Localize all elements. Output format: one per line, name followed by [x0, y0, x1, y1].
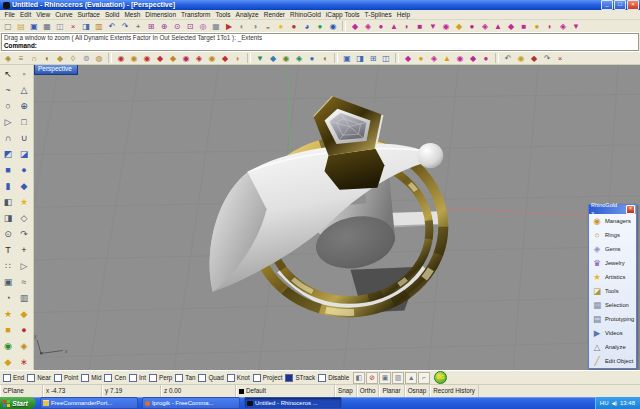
- left-tool-surface-icon[interactable]: ◩: [0, 146, 16, 162]
- left-tool-curve-icon[interactable]: ~: [0, 82, 16, 98]
- rhinogold-panel-titlebar[interactable]: RhinoGold 3... ×: [589, 205, 636, 214]
- toolbar-rhinogold-tool-8-icon[interactable]: ◉: [440, 21, 452, 32]
- rhinogold-toolbar-deco-4-icon[interactable]: ▲: [441, 53, 453, 64]
- left-tool-move-icon[interactable]: +: [16, 242, 32, 258]
- rhinogold-panel-close-icon[interactable]: ×: [626, 205, 635, 214]
- osnap-option-disable[interactable]: Disable: [318, 374, 349, 382]
- status-toggle-osnap[interactable]: Osnap: [405, 385, 431, 397]
- menu-item-view[interactable]: View: [34, 10, 53, 19]
- toolbar-zoom-extents-icon[interactable]: ⊡: [184, 21, 196, 32]
- start-button[interactable]: Start: [0, 397, 36, 409]
- left-tool-flow-icon[interactable]: ↷: [16, 226, 32, 242]
- menu-item-analyze[interactable]: Analyze: [233, 10, 261, 19]
- left-tool-arc-2-icon[interactable]: ∪: [16, 130, 32, 146]
- left-tool-extrude-icon[interactable]: ◧: [0, 194, 16, 210]
- rhinogold-toolbar-cutter-icon[interactable]: ◊: [67, 53, 79, 64]
- rhinogold-toolbar-bezel-icon[interactable]: ⊚: [80, 53, 92, 64]
- left-tool-revolve-icon[interactable]: ⊙: [0, 226, 16, 242]
- rhinogold-toolbar-deco-2-icon[interactable]: ●: [415, 53, 427, 64]
- toolbar-globe-icon[interactable]: ◉: [327, 21, 339, 32]
- osnap-checkbox-cen[interactable]: [104, 374, 112, 382]
- osnap-option-cen[interactable]: Cen: [104, 374, 126, 382]
- osnap-tool-6-icon[interactable]: ⌐: [418, 372, 430, 384]
- rhinogold-toolbar-pave-1-icon[interactable]: ▼: [254, 53, 266, 64]
- toolbar-rhinogold-tool-13-icon[interactable]: ◆: [505, 21, 517, 32]
- rhinogold-toolbar-gem-gold-3-icon[interactable]: ◉: [206, 53, 218, 64]
- rhinogold-toolbar-pave-4-icon[interactable]: ◈: [293, 53, 305, 64]
- left-tool-point-icon[interactable]: ◦: [16, 66, 32, 82]
- rhinogold-toolbar-gem-tool-icon[interactable]: ◆: [54, 53, 66, 64]
- rhinogold-toolbar-hist-red-icon[interactable]: ◆: [528, 53, 540, 64]
- menu-item-t-splines[interactable]: T-Splines: [362, 10, 394, 19]
- rg-item-videos[interactable]: ▶Videos: [589, 326, 636, 340]
- left-tool-select-icon[interactable]: ↖: [0, 66, 16, 82]
- osnap-checkbox-point[interactable]: [54, 374, 62, 382]
- menu-item-mesh[interactable]: Mesh: [122, 10, 143, 19]
- left-tool-sphere-icon[interactable]: ●: [16, 162, 32, 178]
- toolbar-save-icon[interactable]: ▣: [28, 21, 40, 32]
- menu-item-curve[interactable]: Curve: [53, 10, 75, 19]
- left-tool-loft-icon[interactable]: ◨: [0, 210, 16, 226]
- rg-item-edit-object[interactable]: ╱Edit Object: [589, 354, 636, 368]
- viewport-tab-perspective[interactable]: Perspective: [34, 65, 78, 75]
- maximize-button[interactable]: □: [614, 0, 626, 10]
- toolbar-print-preview-icon[interactable]: ◫: [54, 21, 66, 32]
- rhinogold-toolbar-blue-1-icon[interactable]: ▣: [341, 53, 353, 64]
- left-tool-gold-star-icon[interactable]: ★: [0, 306, 16, 322]
- close-button[interactable]: ×: [627, 0, 639, 10]
- toolbar-zoom-window-icon[interactable]: ⊞: [145, 21, 157, 32]
- toolbar-print-icon[interactable]: ▦: [41, 21, 53, 32]
- rhinogold-toolbar-gem-gold-2-icon[interactable]: ◆: [167, 53, 179, 64]
- status-toggle-record-history[interactable]: Record History: [430, 385, 479, 397]
- rhinogold-toolbar-gem-red-5-icon[interactable]: ◆: [219, 53, 231, 64]
- osnap-checkbox-perp[interactable]: [149, 374, 157, 382]
- menu-item-tools[interactable]: Tools: [213, 10, 233, 19]
- toolbar-rhinogold-tool-18-icon[interactable]: ▼: [570, 21, 582, 32]
- rhinogold-toolbar-gem-gold-1-icon[interactable]: ◉: [128, 53, 140, 64]
- rhinogold-toolbar-gem-red-1-icon[interactable]: ◉: [115, 53, 127, 64]
- left-tool-polygon-icon[interactable]: ▷: [0, 114, 16, 130]
- osnap-option-project[interactable]: Project: [253, 374, 283, 382]
- toolbar-rhinogold-tool-17-icon[interactable]: ◈: [557, 21, 569, 32]
- osnap-option-knot[interactable]: Knot: [227, 374, 250, 382]
- osnap-checkbox-int[interactable]: [129, 374, 137, 382]
- rhinogold-toolbar-band-icon[interactable]: ∩: [28, 53, 40, 64]
- menu-item-solid[interactable]: Solid: [102, 10, 121, 19]
- menu-item-file[interactable]: File: [2, 10, 17, 19]
- toolbar-viewport-layout-icon[interactable]: ▦: [210, 21, 222, 32]
- toolbar-rhinogold-tool-6-icon[interactable]: ■: [414, 21, 426, 32]
- rhinogold-toolbar-deco-5-icon[interactable]: ◉: [454, 53, 466, 64]
- osnap-option-near[interactable]: Near: [27, 374, 51, 382]
- osnap-checkbox-project[interactable]: [253, 374, 261, 382]
- rhinogold-toolbar-profile-icon[interactable]: ◖: [41, 53, 53, 64]
- toolbar-render-preview-icon[interactable]: ◕: [301, 21, 313, 32]
- menu-item-rhinogold[interactable]: RhinoGold: [288, 10, 324, 19]
- left-tool-text-icon[interactable]: T: [0, 242, 16, 258]
- rhinogold-toolbar-deco-1-icon[interactable]: ◆: [402, 53, 414, 64]
- menu-item-help[interactable]: Help: [394, 10, 412, 19]
- rhinogold-toolbar-gauge-icon[interactable]: ◈: [2, 53, 14, 64]
- toolbar-undo-icon[interactable]: ↶: [106, 21, 118, 32]
- toolbar-rhinogold-tool-5-icon[interactable]: ◗: [401, 21, 413, 32]
- osnap-option-tan[interactable]: Tan: [175, 374, 195, 382]
- left-tool-polyline-icon[interactable]: △: [16, 82, 32, 98]
- rg-item-gems[interactable]: ◈Gems: [589, 242, 636, 256]
- toolbar-rhinogold-tool-16-icon[interactable]: ◗: [544, 21, 556, 32]
- toolbar-zoom-in-icon[interactable]: ⊕: [158, 21, 170, 32]
- perspective-viewport[interactable]: Perspective: [34, 65, 640, 370]
- rhinogold-toolbar-head-icon[interactable]: ◍: [93, 53, 105, 64]
- toolbar-rhinogold-tool-9-icon[interactable]: ◆: [453, 21, 465, 32]
- taskbar-task-untitled-rhinoceros[interactable]: Untitled - Rhinoceros ...: [244, 397, 342, 409]
- rhinogold-toolbar-ring-sizer-icon[interactable]: ≡: [15, 53, 27, 64]
- left-tool-sweep-icon[interactable]: ◇: [16, 210, 32, 226]
- left-tool-circle-icon[interactable]: ○: [0, 98, 16, 114]
- rhinogold-toolbar-hist-redo-icon[interactable]: ↷: [541, 53, 553, 64]
- rhinogold-toolbar-gem-gold-4-icon[interactable]: ◗: [232, 53, 244, 64]
- rhinogold-toolbar-blue-4-icon[interactable]: ◫: [380, 53, 392, 64]
- status-cplane[interactable]: CPlane: [0, 385, 43, 397]
- rhinogold-toolbar-gem-pink-icon[interactable]: ◉: [180, 53, 192, 64]
- left-tool-curve-edit-icon[interactable]: ≈: [16, 274, 32, 290]
- rhinogold-toolbar-hist-gem-icon[interactable]: ◉: [515, 53, 527, 64]
- osnap-option-end[interactable]: End: [3, 374, 24, 382]
- left-tool-surface-2-icon[interactable]: ◪: [16, 146, 32, 162]
